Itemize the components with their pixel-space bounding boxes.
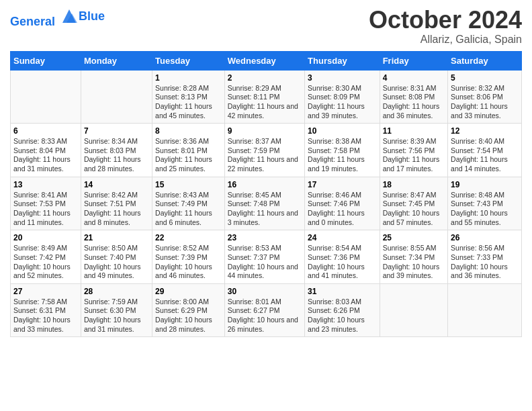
day-info: Sunrise: 8:39 AM Sunset: 7:56 PM Dayligh… xyxy=(383,137,445,174)
calendar-cell: 31Sunrise: 8:03 AM Sunset: 6:26 PM Dayli… xyxy=(305,283,380,337)
calendar-cell: 1Sunrise: 8:28 AM Sunset: 8:13 PM Daylig… xyxy=(152,70,225,124)
calendar-cell: 29Sunrise: 8:00 AM Sunset: 6:29 PM Dayli… xyxy=(152,283,225,337)
calendar-cell xyxy=(448,283,522,337)
day-number: 29 xyxy=(155,287,222,296)
calendar-cell: 28Sunrise: 7:59 AM Sunset: 6:30 PM Dayli… xyxy=(81,283,152,337)
calendar-week-row-4: 27Sunrise: 7:58 AM Sunset: 6:31 PM Dayli… xyxy=(11,283,522,337)
calendar-cell: 20Sunrise: 8:49 AM Sunset: 7:42 PM Dayli… xyxy=(11,230,81,284)
day-number: 1 xyxy=(155,73,222,83)
location-subtitle: Allariz, Galicia, Spain xyxy=(369,34,522,46)
day-info: Sunrise: 8:37 AM Sunset: 7:59 PM Dayligh… xyxy=(228,137,302,174)
day-info: Sunrise: 8:52 AM Sunset: 7:39 PM Dayligh… xyxy=(155,244,222,281)
day-info: Sunrise: 8:36 AM Sunset: 8:01 PM Dayligh… xyxy=(155,137,222,174)
logo-blue: Blue xyxy=(79,10,105,24)
calendar-cell: 13Sunrise: 8:41 AM Sunset: 7:53 PM Dayli… xyxy=(11,177,81,230)
header-wednesday: Wednesday xyxy=(224,51,304,70)
calendar-cell: 17Sunrise: 8:46 AM Sunset: 7:46 PM Dayli… xyxy=(305,177,380,230)
day-number: 16 xyxy=(228,180,302,189)
day-info: Sunrise: 8:46 AM Sunset: 7:46 PM Dayligh… xyxy=(308,191,377,228)
header: General Blue October 2024 Allariz, Galic… xyxy=(10,7,522,46)
header-friday: Friday xyxy=(380,51,447,70)
day-number: 25 xyxy=(383,233,445,242)
calendar-cell xyxy=(81,70,152,124)
calendar-week-row-1: 6Sunrise: 8:33 AM Sunset: 8:04 PM Daylig… xyxy=(11,124,522,177)
day-info: Sunrise: 8:42 AM Sunset: 7:51 PM Dayligh… xyxy=(84,191,149,228)
day-number: 30 xyxy=(228,287,302,296)
month-title: October 2024 xyxy=(369,7,522,34)
day-info: Sunrise: 8:34 AM Sunset: 8:03 PM Dayligh… xyxy=(84,137,149,174)
day-number: 7 xyxy=(84,126,149,136)
calendar-cell: 6Sunrise: 8:33 AM Sunset: 8:04 PM Daylig… xyxy=(11,124,81,177)
day-number: 5 xyxy=(451,73,519,83)
day-info: Sunrise: 8:54 AM Sunset: 7:36 PM Dayligh… xyxy=(308,244,377,281)
day-info: Sunrise: 8:50 AM Sunset: 7:40 PM Dayligh… xyxy=(84,244,149,281)
day-number: 15 xyxy=(155,180,222,189)
day-number: 28 xyxy=(84,287,149,296)
day-info: Sunrise: 8:28 AM Sunset: 8:13 PM Dayligh… xyxy=(155,84,222,121)
header-saturday: Saturday xyxy=(448,51,522,70)
calendar-cell: 21Sunrise: 8:50 AM Sunset: 7:40 PM Dayli… xyxy=(81,230,152,284)
day-info: Sunrise: 8:29 AM Sunset: 8:11 PM Dayligh… xyxy=(228,84,302,121)
day-number: 14 xyxy=(84,180,149,189)
day-info: Sunrise: 8:56 AM Sunset: 7:33 PM Dayligh… xyxy=(451,244,519,281)
logo-icon xyxy=(60,7,79,26)
day-info: Sunrise: 8:55 AM Sunset: 7:34 PM Dayligh… xyxy=(383,244,445,281)
day-info: Sunrise: 8:45 AM Sunset: 7:48 PM Dayligh… xyxy=(228,191,302,228)
header-thursday: Thursday xyxy=(305,51,380,70)
calendar-cell: 7Sunrise: 8:34 AM Sunset: 8:03 PM Daylig… xyxy=(81,124,152,177)
calendar-cell: 9Sunrise: 8:37 AM Sunset: 7:59 PM Daylig… xyxy=(224,124,304,177)
header-monday: Monday xyxy=(81,51,152,70)
day-info: Sunrise: 8:32 AM Sunset: 8:06 PM Dayligh… xyxy=(451,84,519,121)
day-info: Sunrise: 8:30 AM Sunset: 8:09 PM Dayligh… xyxy=(308,84,377,121)
calendar-cell: 24Sunrise: 8:54 AM Sunset: 7:36 PM Dayli… xyxy=(305,230,380,284)
day-info: Sunrise: 8:49 AM Sunset: 7:42 PM Dayligh… xyxy=(13,244,78,281)
day-number: 3 xyxy=(308,73,377,83)
calendar-cell: 19Sunrise: 8:48 AM Sunset: 7:43 PM Dayli… xyxy=(448,177,522,230)
day-number: 6 xyxy=(13,126,78,136)
day-number: 13 xyxy=(13,180,78,189)
title-block: October 2024 Allariz, Galicia, Spain xyxy=(369,7,522,46)
calendar-week-row-2: 13Sunrise: 8:41 AM Sunset: 7:53 PM Dayli… xyxy=(11,177,522,230)
calendar-cell xyxy=(11,70,81,124)
day-number: 26 xyxy=(451,233,519,242)
calendar-cell: 22Sunrise: 8:52 AM Sunset: 7:39 PM Dayli… xyxy=(152,230,225,284)
day-number: 17 xyxy=(308,180,377,189)
day-number: 2 xyxy=(228,73,302,83)
calendar-cell: 14Sunrise: 8:42 AM Sunset: 7:51 PM Dayli… xyxy=(81,177,152,230)
logo-general: General xyxy=(10,15,55,28)
day-number: 23 xyxy=(228,233,302,242)
day-info: Sunrise: 8:31 AM Sunset: 8:08 PM Dayligh… xyxy=(383,84,445,121)
calendar-week-row-0: 1Sunrise: 8:28 AM Sunset: 8:13 PM Daylig… xyxy=(11,70,522,124)
weekday-header-row: Sunday Monday Tuesday Wednesday Thursday… xyxy=(11,51,522,70)
calendar-cell: 5Sunrise: 8:32 AM Sunset: 8:06 PM Daylig… xyxy=(448,70,522,124)
calendar-cell: 25Sunrise: 8:55 AM Sunset: 7:34 PM Dayli… xyxy=(380,230,447,284)
calendar-cell: 3Sunrise: 8:30 AM Sunset: 8:09 PM Daylig… xyxy=(305,70,380,124)
day-info: Sunrise: 7:58 AM Sunset: 6:31 PM Dayligh… xyxy=(13,298,78,334)
day-number: 4 xyxy=(383,73,445,83)
day-number: 19 xyxy=(451,180,519,189)
calendar-cell: 2Sunrise: 8:29 AM Sunset: 8:11 PM Daylig… xyxy=(224,70,304,124)
page: General Blue October 2024 Allariz, Galic… xyxy=(0,0,532,344)
day-number: 24 xyxy=(308,233,377,242)
day-number: 11 xyxy=(383,126,445,136)
calendar-cell: 15Sunrise: 8:43 AM Sunset: 7:49 PM Dayli… xyxy=(152,177,225,230)
day-number: 21 xyxy=(84,233,149,242)
day-number: 10 xyxy=(308,126,377,136)
day-number: 22 xyxy=(155,233,222,242)
day-number: 8 xyxy=(155,126,222,136)
logo-text: General xyxy=(10,7,79,29)
day-number: 27 xyxy=(13,287,78,296)
logo: General Blue xyxy=(10,7,105,29)
calendar-cell: 12Sunrise: 8:40 AM Sunset: 7:54 PM Dayli… xyxy=(448,124,522,177)
day-info: Sunrise: 8:03 AM Sunset: 6:26 PM Dayligh… xyxy=(308,298,377,334)
day-info: Sunrise: 8:47 AM Sunset: 7:45 PM Dayligh… xyxy=(383,191,445,228)
calendar-cell xyxy=(380,283,447,337)
day-info: Sunrise: 8:41 AM Sunset: 7:53 PM Dayligh… xyxy=(13,191,78,228)
day-info: Sunrise: 8:00 AM Sunset: 6:29 PM Dayligh… xyxy=(155,298,222,334)
day-info: Sunrise: 7:59 AM Sunset: 6:30 PM Dayligh… xyxy=(84,298,149,334)
calendar-cell: 23Sunrise: 8:53 AM Sunset: 7:37 PM Dayli… xyxy=(224,230,304,284)
day-number: 31 xyxy=(308,287,377,296)
day-info: Sunrise: 8:43 AM Sunset: 7:49 PM Dayligh… xyxy=(155,191,222,228)
day-number: 20 xyxy=(13,233,78,242)
header-sunday: Sunday xyxy=(11,51,81,70)
